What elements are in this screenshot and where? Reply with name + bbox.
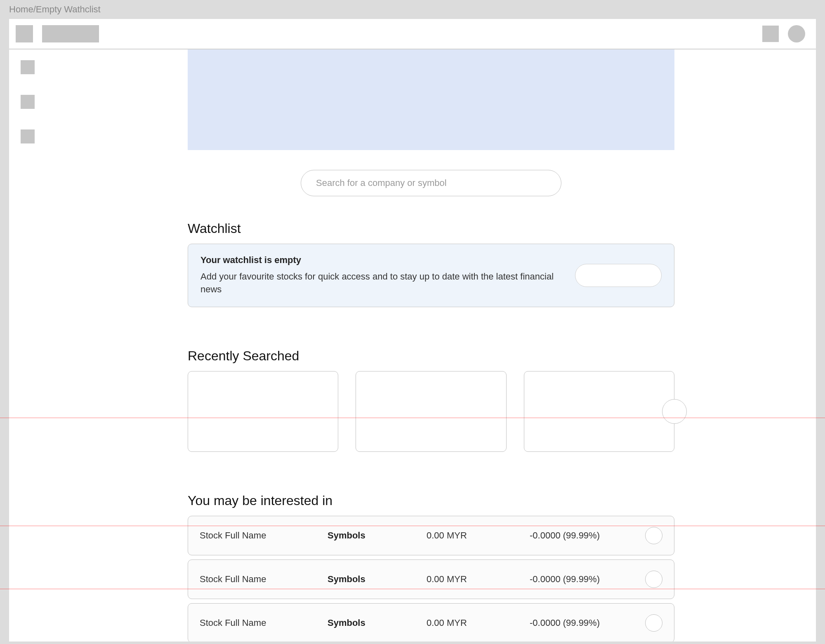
empty-watchlist-text: Your watchlist is empty Add your favouri…: [200, 255, 563, 296]
sidebar: [9, 49, 46, 642]
topbar-left: [16, 25, 99, 42]
main-content: Watchlist Your watchlist is empty Add yo…: [46, 49, 816, 642]
interest-row[interactable]: Stock Full Name Symbols 0.00 MYR -0.0000…: [188, 516, 674, 555]
stock-symbol: Symbols: [328, 530, 427, 541]
stock-symbol: Symbols: [328, 574, 427, 585]
breadcrumb[interactable]: Home/Empty Wathclist: [0, 0, 825, 19]
add-to-watchlist-button[interactable]: [645, 614, 662, 632]
empty-watchlist-card: Your watchlist is empty Add your favouri…: [188, 244, 674, 307]
stock-price: 0.00 MYR: [427, 530, 530, 541]
stock-price: 0.00 MYR: [427, 618, 530, 628]
app-window: Watchlist Your watchlist is empty Add yo…: [9, 19, 816, 642]
stock-change: -0.0000 (99.99%): [530, 574, 645, 585]
add-to-watchlist-button[interactable]: [645, 571, 662, 588]
stock-change: -0.0000 (99.99%): [530, 530, 645, 541]
sidebar-nav-item-2[interactable]: [21, 95, 35, 109]
recent-row: [188, 371, 674, 452]
interest-row[interactable]: Stock Full Name Symbols 0.00 MYR -0.0000…: [188, 603, 674, 642]
stock-price: 0.00 MYR: [427, 574, 530, 585]
recent-card-1[interactable]: [188, 371, 338, 452]
logo-placeholder[interactable]: [42, 25, 99, 42]
content-column: Watchlist Your watchlist is empty Add yo…: [188, 49, 674, 642]
empty-watchlist-description: Add your favourite stocks for quick acce…: [200, 270, 563, 296]
interest-list: Stock Full Name Symbols 0.00 MYR -0.0000…: [188, 516, 674, 642]
stock-name: Stock Full Name: [200, 574, 328, 585]
empty-watchlist-title: Your watchlist is empty: [200, 255, 563, 266]
search-container: [188, 170, 674, 196]
topbar: [9, 19, 816, 49]
carousel-next-button[interactable]: [662, 399, 687, 424]
recent-card-3[interactable]: [524, 371, 674, 452]
stock-symbol: Symbols: [328, 618, 427, 628]
search-input[interactable]: [301, 170, 561, 196]
stock-name: Stock Full Name: [200, 530, 328, 541]
interested-heading: You may be interested in: [188, 493, 674, 508]
interest-row[interactable]: Stock Full Name Symbols 0.00 MYR -0.0000…: [188, 559, 674, 599]
recent-container: [188, 371, 674, 452]
sidebar-nav-item-3[interactable]: [21, 129, 35, 143]
stock-name: Stock Full Name: [200, 618, 328, 628]
stock-change: -0.0000 (99.99%): [530, 618, 645, 628]
avatar[interactable]: [788, 25, 805, 42]
recent-card-2[interactable]: [356, 371, 506, 452]
recently-searched-heading: Recently Searched: [188, 348, 674, 364]
add-to-watchlist-button[interactable]: [645, 527, 662, 544]
topbar-right: [762, 25, 805, 42]
hero-banner: [188, 49, 674, 150]
sidebar-nav-item-1[interactable]: [21, 60, 35, 74]
watchlist-heading: Watchlist: [188, 221, 674, 236]
body-area: Watchlist Your watchlist is empty Add yo…: [9, 49, 816, 642]
topbar-action-icon[interactable]: [762, 26, 779, 42]
add-stocks-button[interactable]: [575, 264, 662, 287]
menu-icon[interactable]: [16, 25, 33, 42]
